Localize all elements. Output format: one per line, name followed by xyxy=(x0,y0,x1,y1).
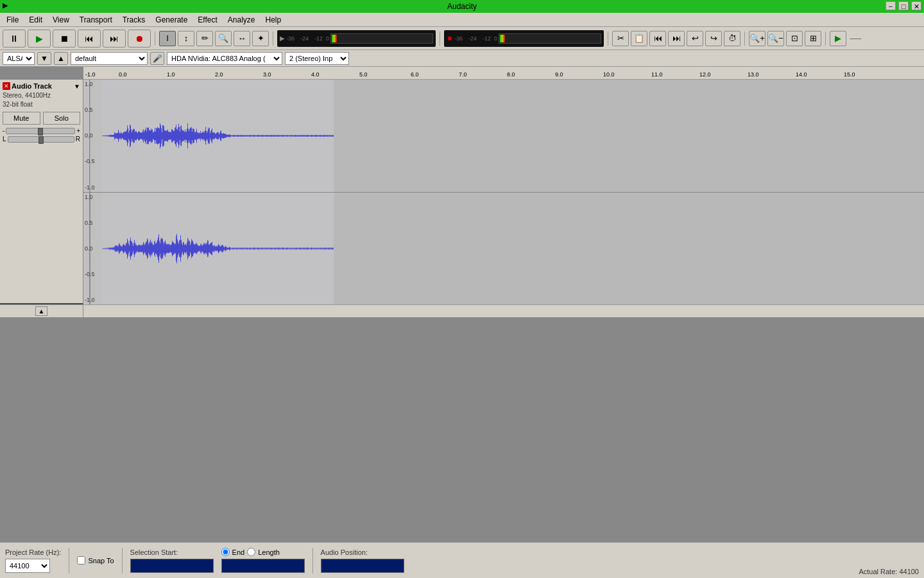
scroll-row: ▲ xyxy=(0,304,924,317)
edit-tool-3[interactable]: ⏮ xyxy=(649,31,666,46)
end-length-radio: End Length xyxy=(221,548,305,556)
ruler-mark-1: 1.0 xyxy=(167,71,175,78)
status-sep-1 xyxy=(69,548,69,574)
close-button[interactable]: ✕ xyxy=(911,1,921,10)
pan-slider[interactable] xyxy=(8,136,74,143)
separator4 xyxy=(608,31,608,46)
menu-tracks[interactable]: Tracks xyxy=(117,14,151,26)
track-close-button[interactable]: ✕ xyxy=(3,82,10,90)
minimize-button[interactable]: − xyxy=(886,1,896,10)
playback-vu-labels: -36-24-120 xyxy=(286,35,329,42)
length-radio[interactable] xyxy=(247,548,255,556)
track-dropdown-button[interactable]: ▼ xyxy=(74,83,80,90)
volume-down-button[interactable]: ▼ xyxy=(37,52,51,65)
scroll-up-button[interactable]: ▲ xyxy=(35,306,48,316)
project-rate-label: Project Rate (Hz): xyxy=(5,548,61,556)
playback-vu-icon: ▶ xyxy=(280,35,285,42)
playhead-line-1 xyxy=(90,80,90,192)
record-device-select[interactable]: HDA NVidia: ALC883 Analog ( xyxy=(167,52,282,65)
selection-end-input[interactable]: 00 h 00 m 00.000 s xyxy=(221,559,305,573)
menu-view[interactable]: View xyxy=(47,14,74,26)
mic-icon: 🎤 xyxy=(150,52,164,65)
title-bar: ▶ Audacity − □ ✕ xyxy=(0,0,924,13)
status-sep-3 xyxy=(312,548,313,574)
zoom-fit-button[interactable]: ⊡ xyxy=(786,31,803,46)
ruler-mark-10: 10.0 xyxy=(603,71,615,78)
playback-vu-meter[interactable]: ▶ -36-24-120 xyxy=(277,30,436,47)
menu-generate[interactable]: Generate xyxy=(150,14,193,26)
multi-tool-button[interactable]: ✦ xyxy=(252,31,269,46)
play-button[interactable]: ▶ xyxy=(28,30,51,48)
gain-row: - + xyxy=(3,127,80,134)
edit-tool-1[interactable]: ✂ xyxy=(612,31,629,46)
zoom-tool-button[interactable]: 🔍 xyxy=(215,31,232,46)
menu-edit[interactable]: Edit xyxy=(24,14,47,26)
ruler-mark-neg1: -1.0 xyxy=(85,71,96,78)
edit-tool-2[interactable]: 📋 xyxy=(631,31,647,46)
solo-button[interactable]: Solo xyxy=(43,112,81,125)
track-header: ✕ Audio Track ▼ Stereo, 44100Hz 32-bit f… xyxy=(0,80,83,304)
audio-position-input[interactable]: 00 h 00 m 00.000 s xyxy=(321,559,404,573)
menu-transport[interactable]: Transport xyxy=(74,14,117,26)
zoom-in-button[interactable]: 🔍+ xyxy=(749,31,766,46)
gain-slider[interactable] xyxy=(6,128,75,134)
ruler-mark-6: 6.0 xyxy=(411,71,419,78)
timeshift-tool-button[interactable]: ↔ xyxy=(234,31,250,46)
length-radio-label[interactable]: Length xyxy=(258,548,280,556)
play-indicator-button[interactable]: ▶ xyxy=(830,31,846,46)
skip-start-button[interactable]: ⏮ xyxy=(78,30,101,48)
draw-tool-button[interactable]: ✏ xyxy=(196,31,213,46)
scroll-btn-area: ▲ xyxy=(0,305,83,317)
menu-analyze[interactable]: Analyze xyxy=(223,14,261,26)
stop-button[interactable]: ⏹ xyxy=(53,30,76,48)
menu-help[interactable]: Help xyxy=(261,14,287,26)
audio-host-select[interactable]: ALSA xyxy=(3,52,35,65)
snap-to-checkbox[interactable] xyxy=(77,556,85,565)
channel-2[interactable]: 1.0 0.5 0.0 -0.5 -1.0 xyxy=(83,193,924,305)
snap-to-group: Snap To xyxy=(77,556,114,565)
record-vu-bar xyxy=(499,33,601,44)
selection-start-input[interactable]: 00 h 00 m 00.000 s xyxy=(130,559,214,573)
playback-device-select[interactable]: default xyxy=(71,52,148,65)
volume-up-button[interactable]: ▲ xyxy=(54,52,68,65)
menu-effect[interactable]: Effect xyxy=(193,14,222,26)
zoom-full-button[interactable]: ⊞ xyxy=(805,31,821,46)
track-name-row: ✕ Audio Track ▼ xyxy=(3,82,80,90)
skip-end-button[interactable]: ⏭ xyxy=(103,30,126,48)
ruler-mark-9: 9.0 xyxy=(555,71,563,78)
menu-file[interactable]: File xyxy=(1,14,24,26)
edit-tool-6[interactable]: ↪ xyxy=(705,31,722,46)
pause-button[interactable]: ⏸ xyxy=(3,30,26,48)
ruler-mark-14: 14.0 xyxy=(796,71,807,78)
mute-button[interactable]: Mute xyxy=(3,112,40,125)
scroll-track[interactable] xyxy=(83,305,924,317)
actual-rate-display: Actual Rate: 44100 xyxy=(859,568,919,575)
record-vu-icon: ⏺ xyxy=(447,35,453,42)
record-button[interactable]: ⏺ xyxy=(128,30,151,48)
ruler-mark-13: 13.0 xyxy=(748,71,759,78)
status-bar: Project Rate (Hz): 44100 Snap To Selecti… xyxy=(0,542,924,578)
zoom-out-button[interactable]: 🔍− xyxy=(767,31,784,46)
edit-tool-7[interactable]: ⏱ xyxy=(724,31,740,46)
pan-thumb[interactable] xyxy=(38,136,44,144)
snap-to-label[interactable]: Snap To xyxy=(88,557,114,565)
maximize-button[interactable]: □ xyxy=(898,1,909,10)
end-radio-label[interactable]: End xyxy=(232,548,245,556)
end-radio[interactable] xyxy=(221,548,230,556)
record-channels-select[interactable]: 2 (Stereo) Inp xyxy=(285,52,349,65)
selection-tool-button[interactable]: I xyxy=(159,31,176,46)
record-vu-meter[interactable]: ⏺ -36-24-120 xyxy=(444,30,604,47)
selection-start-label: Selection Start: xyxy=(130,548,214,556)
status-sep-2 xyxy=(122,548,123,574)
edit-tool-4[interactable]: ⏭ xyxy=(668,31,685,46)
envelope-tool-button[interactable]: ↕ xyxy=(178,31,194,46)
device-toolbar: ALSA ▼ ▲ default 🎤 HDA NVidia: ALC883 An… xyxy=(0,50,924,67)
menu-bar: File Edit View Transport Tracks Generate… xyxy=(0,13,924,27)
gain-thumb[interactable] xyxy=(38,128,43,136)
ruler-mark-0: 0.0 xyxy=(119,71,127,78)
ruler-mark-4: 4.0 xyxy=(311,71,320,78)
edit-tool-5[interactable]: ↩ xyxy=(687,31,703,46)
ruler-mark-12: 12.0 xyxy=(699,71,711,78)
project-rate-select[interactable]: 44100 xyxy=(5,559,50,573)
channel-1[interactable]: 1.0 0.5 0.0 -0.5 -1.0 xyxy=(83,80,924,193)
